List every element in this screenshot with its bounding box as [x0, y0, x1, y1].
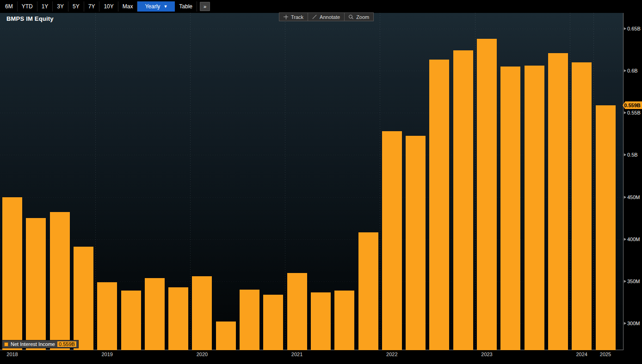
period-button-10y[interactable]: 10Y [99, 1, 118, 12]
period-buttons-group: 6MYTD1Y3Y5Y7Y10YMax [1, 1, 137, 12]
x-axis-year-label: 2021 [291, 352, 302, 357]
x-axis-year-label: 2018 [6, 352, 18, 357]
bar-2018-q2[interactable] [26, 218, 46, 350]
annotate-button[interactable]: Annotate [308, 12, 345, 21]
tick-arrow-icon [624, 238, 626, 241]
y-axis-tick: 350M [624, 278, 640, 285]
bar-2024[interactable] [572, 62, 592, 350]
y-tick-label: 0.6B [627, 68, 638, 73]
tick-arrow-icon [624, 196, 626, 199]
period-button-7y[interactable]: 7Y [84, 1, 100, 12]
x-axis-year-label: 2022 [386, 352, 397, 357]
y-axis-tick: 0.6B [624, 67, 638, 74]
bar-2023-q4[interactable] [548, 53, 568, 350]
legend-swatch-icon [4, 342, 8, 346]
tool-label: Annotate [320, 14, 340, 20]
bar-2019-q1[interactable] [97, 282, 117, 350]
y-tick-label: 300M [627, 321, 640, 326]
chart-tools-group: TrackAnnotateZoom [279, 12, 374, 21]
x-axis-year-label: 2019 [101, 352, 112, 357]
x-axis-year-label: 2024 [576, 352, 587, 357]
bloomberg-chart-screen: 6MYTD1Y3Y5Y7Y10YMax Yearly ▼ Table » BMP… [0, 0, 642, 364]
period-button-max[interactable]: Max [118, 1, 138, 12]
table-button[interactable]: Table [175, 1, 197, 12]
y-tick-label: 0.5B [627, 152, 638, 158]
period-button-1y[interactable]: 1Y [37, 1, 53, 12]
bar-2023-q1[interactable] [477, 39, 497, 350]
periodicity-label: Yearly [145, 3, 160, 10]
y-axis-tick: 300M [624, 320, 640, 327]
tick-arrow-icon [624, 153, 626, 156]
tick-arrow-icon [624, 280, 626, 283]
tick-arrow-icon [624, 322, 626, 325]
chevron-down-icon: ▼ [163, 3, 167, 10]
tool-label: Zoom [356, 14, 369, 20]
bar-2023-q3[interactable] [525, 66, 544, 350]
tick-arrow-icon [624, 111, 626, 114]
y-tick-label: 400M [627, 237, 640, 242]
y-tick-label: 0.65B [627, 26, 641, 31]
v-gridline [190, 13, 191, 350]
bar-2019-q3[interactable] [145, 278, 165, 350]
bar-2020-q1[interactable] [192, 276, 212, 350]
bar-2020-q4[interactable] [263, 295, 283, 350]
magnifier-icon [349, 15, 353, 19]
legend-series-value: 0.559B [57, 341, 76, 347]
v-gridline [570, 13, 570, 350]
chart-plot-area [0, 13, 623, 350]
bar-2022-q1[interactable] [382, 131, 402, 350]
bar-2021-q1[interactable] [287, 273, 307, 350]
bar-2021-q4[interactable] [358, 232, 378, 350]
v-gridline [475, 13, 475, 350]
periodicity-dropdown[interactable]: Yearly ▼ [137, 1, 175, 12]
bar-2018-q4[interactable] [74, 247, 93, 350]
crosshair-icon [284, 15, 288, 19]
zoom-button[interactable]: Zoom [345, 12, 374, 21]
v-gridline [95, 13, 96, 350]
y-axis-tick: 450M [624, 194, 640, 200]
pencil-icon [312, 15, 317, 19]
period-button-5y[interactable]: 5Y [68, 1, 84, 12]
bar-2022-q4[interactable] [453, 50, 473, 350]
bar-2019-q4[interactable] [168, 287, 188, 350]
y-axis-tick: 0.55B [624, 109, 641, 116]
period-button-6m[interactable]: 6M [1, 1, 18, 12]
y-tick-label: 350M [627, 279, 640, 284]
legend-series-name: Net Interest Income [11, 341, 55, 347]
y-axis-tick: 400M [624, 236, 640, 243]
page-title: BMPS IM Equity [6, 15, 54, 22]
bar-2020-q3[interactable] [240, 290, 259, 350]
x-axis-year-label: 2025 [600, 352, 611, 357]
more-button[interactable]: » [200, 2, 210, 11]
x-axis-year-label: 2023 [481, 352, 492, 357]
bar-2019-q2[interactable] [121, 291, 141, 350]
bar-2023-q2[interactable] [500, 67, 520, 350]
track-button[interactable]: Track [279, 12, 308, 21]
y-axis-tick: 0.65B [624, 25, 641, 32]
y-tick-label: 0.55B [627, 110, 641, 115]
x-axis-year-label: 2020 [197, 352, 208, 357]
bar-2018-q3[interactable] [50, 212, 70, 350]
last-value-badge: 0.559B [623, 101, 642, 109]
bar-2021-q2[interactable] [311, 292, 331, 350]
legend-chip[interactable]: Net Interest Income 0.559B [2, 340, 79, 348]
y-axis-tick: 0.5B [624, 152, 638, 158]
tool-label: Track [291, 14, 303, 20]
period-button-ytd[interactable]: YTD [18, 1, 37, 12]
v-gridline [380, 13, 380, 350]
bar-2022-q3[interactable] [429, 60, 449, 350]
v-gridline [285, 13, 285, 350]
bar-2020-q2[interactable] [216, 322, 236, 350]
period-tabbar: 6MYTD1Y3Y5Y7Y10YMax Yearly ▼ Table » [0, 0, 642, 13]
v-gridline [593, 13, 594, 350]
bar-2025[interactable] [596, 105, 616, 350]
period-button-3y[interactable]: 3Y [53, 1, 68, 12]
bar-2018-q1[interactable] [2, 197, 22, 350]
y-tick-label: 450M [627, 194, 640, 200]
h-gridline [0, 29, 623, 29]
bar-2021-q3[interactable] [334, 291, 354, 350]
tick-arrow-icon [624, 69, 626, 72]
tick-arrow-icon [624, 27, 626, 30]
bar-2022-q2[interactable] [406, 136, 426, 351]
